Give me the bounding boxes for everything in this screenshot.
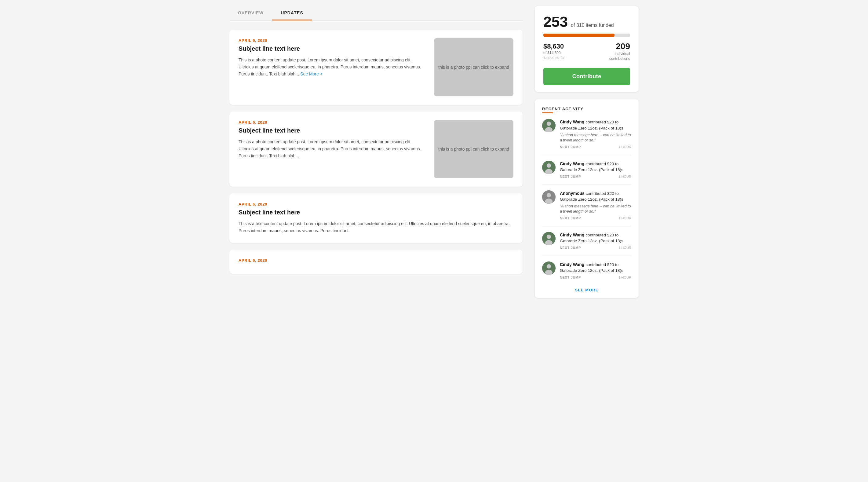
activity-footer: NEXT JUMP 1 HOUR	[560, 275, 631, 279]
activity-item: Cindy Wang contributed $20 to Gatorade Z…	[542, 161, 631, 178]
activity-card: Recent Activity Cindy Wang contributed $…	[535, 99, 639, 298]
activity-item: Anonymous contributed $20 to Gatorade Ze…	[542, 190, 631, 220]
layout: Overview Updates APRIL 6, 2020 Subject l…	[229, 6, 639, 298]
svg-point-7	[547, 193, 551, 197]
funding-contributions-group: 209 individualcontributions	[609, 41, 630, 61]
activity-content: Cindy Wang contributed $20 to Gatorade Z…	[560, 262, 631, 279]
funding-contributions-label: individualcontributions	[609, 51, 630, 61]
activity-name: Cindy Wang	[560, 161, 584, 166]
funding-stats: $8,630 of $14,500 funded so far 209 indi…	[543, 41, 630, 61]
update-date: APRIL 6, 2020	[239, 38, 426, 43]
main-content: Overview Updates APRIL 6, 2020 Subject l…	[229, 6, 523, 280]
activity-separator	[542, 255, 631, 256]
activity-tag: NEXT JUMP	[560, 246, 581, 249]
see-more-link[interactable]: See More >	[300, 71, 322, 77]
progress-bar-fill	[543, 34, 615, 37]
tab-overview[interactable]: Overview	[229, 6, 272, 21]
activity-footer: NEXT JUMP 1 HOUR	[560, 246, 631, 249]
activity-name: Anonymous	[560, 191, 585, 196]
update-title: Subject line text here	[239, 45, 426, 52]
update-card: APRIL 6, 2020 Subject line text here Thi…	[229, 30, 523, 105]
update-card: APRIL 6, 2020 Subject line text here Thi…	[229, 193, 523, 243]
sidebar: 253 of 310 items funded $8,630 of $14,50…	[535, 6, 639, 298]
activity-avatar	[542, 161, 556, 174]
update-image[interactable]: this is a photo ppl can click to expand	[434, 38, 514, 96]
tab-updates[interactable]: Updates	[272, 6, 312, 21]
activity-desc: Cindy Wang contributed $20 to Gatorade Z…	[560, 262, 631, 274]
svg-point-10	[547, 235, 551, 239]
activity-message: "A short message here -- can be limited …	[560, 204, 631, 214]
activity-time: 1 HOUR	[618, 216, 631, 220]
activity-desc: Anonymous contributed $20 to Gatorade Ze…	[560, 190, 631, 203]
tabs-bar: Overview Updates	[229, 6, 523, 21]
svg-point-13	[547, 264, 551, 269]
activity-separator	[542, 184, 631, 185]
activity-separator	[542, 226, 631, 227]
activity-tag: NEXT JUMP	[560, 216, 581, 220]
activity-footer: NEXT JUMP 1 HOUR	[560, 175, 631, 178]
update-body: APRIL 6, 2020 Subject line text here Thi…	[239, 202, 514, 234]
activity-title-underline	[542, 112, 553, 113]
activity-tag: NEXT JUMP	[560, 275, 581, 279]
activity-name: Cindy Wang	[560, 262, 584, 267]
activity-footer: NEXT JUMP 1 HOUR	[560, 145, 631, 149]
activity-avatar	[542, 232, 556, 245]
funding-amount-group: $8,630 of $14,500 funded so far	[543, 42, 565, 60]
activity-content: Cindy Wang contributed $20 to Gatorade Z…	[560, 119, 631, 148]
activity-footer: NEXT JUMP 1 HOUR	[560, 216, 631, 220]
funded-label: of 310 items funded	[571, 23, 614, 28]
svg-point-4	[547, 163, 551, 168]
activity-time: 1 HOUR	[618, 246, 631, 249]
activity-item: Cindy Wang contributed $20 to Gatorade Z…	[542, 262, 631, 279]
updates-list: APRIL 6, 2020 Subject line text here Thi…	[229, 30, 523, 274]
activity-message: "A short message here -- can be limited …	[560, 132, 631, 143]
update-card: APRIL 6, 2020 Subject line text here Thi…	[229, 112, 523, 187]
activity-time: 1 HOUR	[618, 175, 631, 178]
update-text: This is a photo content update post. Lor…	[239, 139, 426, 159]
activity-time: 1 HOUR	[618, 145, 631, 149]
activity-time: 1 HOUR	[618, 275, 631, 279]
activity-content: Cindy Wang contributed $20 to Gatorade Z…	[560, 161, 631, 178]
update-image[interactable]: this is a photo ppl can click to expand	[434, 120, 514, 178]
activity-tag: NEXT JUMP	[560, 175, 581, 178]
activity-avatar	[542, 190, 556, 204]
activity-desc: Cindy Wang contributed $20 to Gatorade Z…	[560, 161, 631, 173]
funded-count: 253	[543, 14, 568, 29]
activity-content: Cindy Wang contributed $20 to Gatorade Z…	[560, 232, 631, 249]
update-body: APRIL 6, 2020 Subject line text here Thi…	[239, 38, 426, 78]
update-text: This is a text content update post. Lore…	[239, 220, 514, 234]
activity-desc: Cindy Wang contributed $20 to Gatorade Z…	[560, 119, 631, 131]
funding-amount-sub: of $14,500 funded so far	[543, 51, 565, 60]
funding-card: 253 of 310 items funded $8,630 of $14,50…	[535, 6, 639, 92]
activity-name: Cindy Wang	[560, 233, 584, 237]
update-body: APRIL 6, 2020 Subject line text here Thi…	[239, 120, 426, 159]
page-wrapper: Overview Updates APRIL 6, 2020 Subject l…	[217, 0, 651, 304]
update-text: This is a photo content update post. Lor…	[239, 57, 426, 78]
funding-top: 253 of 310 items funded	[543, 14, 630, 29]
update-text-content: This is a text content update post. Lore…	[239, 221, 510, 233]
activity-item: Cindy Wang contributed $20 to Gatorade Z…	[542, 232, 631, 249]
update-body: APRIL 6, 2020	[239, 258, 514, 265]
activity-list: Cindy Wang contributed $20 to Gatorade Z…	[542, 119, 631, 279]
activity-separator	[542, 155, 631, 155]
activity-content: Anonymous contributed $20 to Gatorade Ze…	[560, 190, 631, 220]
activity-avatar	[542, 119, 556, 132]
svg-point-1	[547, 122, 551, 126]
update-date: APRIL 6, 2020	[239, 120, 426, 125]
update-text-content: This is a photo content update post. Lor…	[239, 57, 421, 77]
activity-desc: Cindy Wang contributed $20 to Gatorade Z…	[560, 232, 631, 244]
funding-contributions-count: 209	[609, 41, 630, 51]
contribute-button[interactable]: Contribute	[543, 68, 630, 85]
update-date: APRIL 6, 2020	[239, 202, 514, 207]
update-date: APRIL 6, 2020	[239, 258, 514, 263]
activity-see-more[interactable]: SEE MORE	[542, 285, 631, 292]
progress-bar	[543, 34, 630, 37]
update-title: Subject line text here	[239, 209, 514, 216]
update-title: Subject line text here	[239, 127, 426, 134]
activity-title: Recent Activity	[542, 107, 631, 111]
funding-amount: $8,630	[543, 42, 565, 51]
update-text-content: This is a photo content update post. Lor…	[239, 139, 421, 158]
activity-item: Cindy Wang contributed $20 to Gatorade Z…	[542, 119, 631, 148]
activity-avatar	[542, 262, 556, 275]
activity-name: Cindy Wang	[560, 119, 584, 124]
